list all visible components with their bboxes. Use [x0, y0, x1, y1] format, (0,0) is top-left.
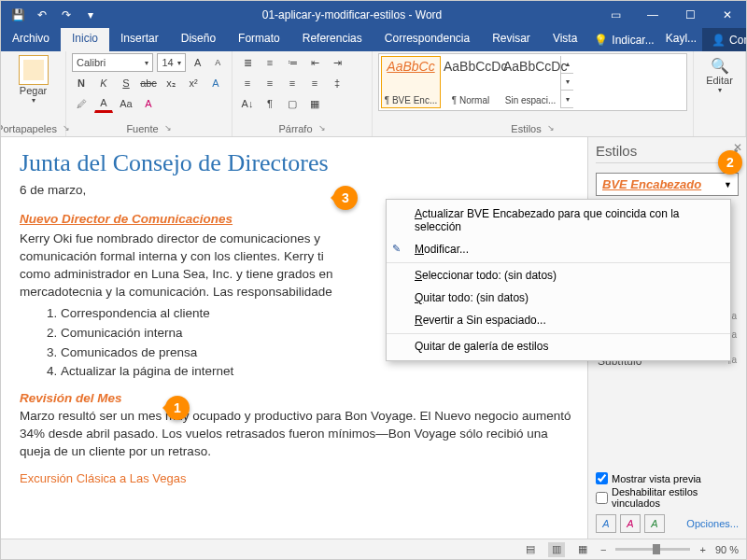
font-color-icon[interactable]: A	[94, 94, 113, 113]
manage-styles-icon[interactable]: A	[644, 514, 665, 533]
show-preview-checkbox[interactable]: Mostrar vista previa	[596, 472, 739, 484]
heading-revision-mes: Revisión del Mes	[20, 391, 122, 405]
show-marks-icon[interactable]: ¶	[261, 94, 279, 113]
minimize-icon[interactable]: —	[634, 1, 671, 28]
menu-bar: Archivo Inicio Insertar Diseño Formato R…	[1, 28, 746, 51]
ribbon-options-icon[interactable]: ▭	[597, 1, 634, 28]
doc-title: Junta del Consejo de Directores	[20, 147, 572, 180]
numbering-icon[interactable]: ≡	[261, 53, 279, 72]
person-icon: 👤	[712, 34, 726, 47]
justify-icon[interactable]: ≡	[305, 74, 324, 92]
group-parrafo: Párrafo	[278, 123, 312, 134]
style-sin-espaciado[interactable]: AaBbCcDc Sin espaci...	[500, 56, 560, 108]
callout-marker-3: 3	[333, 186, 358, 210]
text-effects-icon[interactable]: A	[206, 74, 225, 92]
clear-format-icon[interactable]: A	[139, 94, 158, 113]
align-right-icon[interactable]: ≡	[283, 74, 302, 92]
options-link[interactable]: Opciones...	[686, 518, 739, 529]
bullets-icon[interactable]: ≣	[238, 53, 257, 72]
zoom-out-icon[interactable]: −	[600, 544, 606, 555]
qat-more-icon[interactable]: ▾	[79, 4, 102, 26]
group-estilos: Estilos	[511, 123, 541, 134]
share-button[interactable]: 👤Compartir	[702, 28, 747, 51]
change-case-icon[interactable]: Aa	[117, 94, 135, 113]
launcher-icon[interactable]: ↘	[547, 123, 555, 134]
grow-font-icon[interactable]: A	[190, 53, 205, 72]
zoom-level[interactable]: 90 %	[715, 544, 739, 555]
disable-linked-checkbox[interactable]: Deshabilitar estilos vinculados	[596, 486, 739, 509]
style-normal[interactable]: AaBbCcDc ¶ Normal	[441, 56, 500, 108]
pane-title: Estilos	[596, 143, 637, 159]
current-style-dropdown[interactable]: BVE Encabezado ▼	[596, 173, 739, 196]
callout-marker-2: 2	[718, 150, 742, 175]
align-center-icon[interactable]: ≡	[261, 74, 279, 92]
group-portapapeles: Portapapeles	[0, 123, 57, 134]
style-context-menu: Actualizar BVE Encabezado para que coinc…	[386, 199, 731, 361]
bold-icon[interactable]: N	[72, 74, 91, 92]
menu-revert[interactable]: Revertir a Sin espaciado...	[387, 309, 730, 331]
menu-update-style[interactable]: Actualizar BVE Encabezado para que coinc…	[387, 203, 730, 238]
title-bar: 💾 ↶ ↷ ▾ 01-aplicar-y-modificar-estilos -…	[1, 1, 746, 28]
new-style-icon[interactable]: A	[596, 514, 616, 533]
subscript-icon[interactable]: x₂	[162, 74, 180, 92]
shrink-font-icon[interactable]: A	[210, 53, 226, 72]
user-name[interactable]: Kayl...	[660, 28, 702, 51]
tab-vista[interactable]: Vista	[542, 28, 588, 51]
style-inspector-icon[interactable]: A	[620, 514, 641, 533]
font-name-combo[interactable]: Calibri▾	[72, 53, 153, 72]
tab-inicio[interactable]: Inicio	[61, 28, 109, 51]
tab-diseno[interactable]: Diseño	[170, 28, 227, 51]
undo-icon[interactable]: ↶	[31, 4, 53, 26]
style-bve-encabezado[interactable]: AaBbCc ¶ BVE Enc...	[381, 56, 441, 108]
tab-revisar[interactable]: Revisar	[481, 28, 542, 51]
strike-icon[interactable]: abc	[139, 74, 158, 92]
shading-icon[interactable]: ▢	[283, 94, 302, 113]
styles-gallery[interactable]: AaBbCc ¶ BVE Enc... AaBbCcDc ¶ Normal Aa…	[378, 53, 687, 111]
launcher-icon[interactable]: ↘	[164, 123, 172, 134]
callout-marker-1: 1	[165, 396, 190, 420]
superscript-icon[interactable]: x²	[184, 74, 203, 92]
menu-remove-all[interactable]: Quitar todo: (sin datos)	[387, 287, 730, 309]
maximize-icon[interactable]: ☐	[671, 1, 709, 28]
underline-icon[interactable]: S	[117, 74, 135, 92]
ribbon: Pegar ▾ Portapapeles↘ Calibri▾ 14▾ A A N…	[1, 51, 746, 137]
tab-formato[interactable]: Formato	[227, 28, 291, 51]
align-left-icon[interactable]: ≡	[238, 74, 257, 92]
web-layout-icon[interactable]: ▦	[574, 542, 591, 557]
pencil-icon: ✎	[392, 243, 401, 255]
tell-me[interactable]: 💡Indicar...	[588, 28, 659, 51]
gallery-scroll[interactable]: ▴▾▾	[560, 56, 573, 108]
inc-indent-icon[interactable]: ⇥	[328, 53, 346, 72]
redo-icon[interactable]: ↷	[55, 4, 78, 26]
paste-button[interactable]: Pegar ▾	[7, 53, 60, 106]
group-fuente: Fuente	[126, 123, 158, 134]
status-bar: ▤ ▥ ▦ − + 90 %	[1, 539, 746, 559]
doc-date: 6 de marzo,	[20, 182, 572, 200]
tab-archivo[interactable]: Archivo	[1, 28, 61, 51]
zoom-slider[interactable]	[615, 548, 690, 551]
tab-insertar[interactable]: Insertar	[109, 28, 170, 51]
tab-referencias[interactable]: Referencias	[291, 28, 374, 51]
highlight-icon[interactable]: 🖉	[72, 94, 91, 113]
menu-modify[interactable]: ✎Modificar...	[387, 238, 730, 260]
zoom-in-icon[interactable]: +	[699, 544, 705, 555]
borders-icon[interactable]: ▦	[305, 94, 324, 113]
menu-remove-gallery[interactable]: Quitar de galería de estilos	[387, 333, 730, 357]
paragraph: Marzo resultó ser un mes muy ocupado y p…	[20, 408, 572, 461]
line-spacing-icon[interactable]: ‡	[328, 74, 346, 92]
close-icon[interactable]: ✕	[709, 1, 746, 28]
edit-button[interactable]: 🔍 Editar▾	[699, 53, 740, 98]
multilevel-icon[interactable]: ≔	[283, 53, 302, 72]
list-item: Actualizar la página de internet	[61, 363, 572, 381]
sort-icon[interactable]: A↓	[238, 94, 257, 113]
menu-select-all[interactable]: Seleccionar todo: (sin datos)	[387, 262, 730, 287]
italic-icon[interactable]: K	[94, 74, 113, 92]
tab-correspondencia[interactable]: Correspondencia	[374, 28, 481, 51]
dec-indent-icon[interactable]: ⇤	[305, 53, 324, 72]
launcher-icon[interactable]: ↘	[318, 123, 326, 134]
print-layout-icon[interactable]: ▥	[548, 542, 565, 557]
font-size-combo[interactable]: 14▾	[157, 53, 186, 72]
window-title: 01-aplicar-y-modificar-estilos - Word	[107, 8, 597, 21]
save-icon[interactable]: 💾	[7, 4, 29, 26]
read-mode-icon[interactable]: ▤	[522, 542, 539, 557]
